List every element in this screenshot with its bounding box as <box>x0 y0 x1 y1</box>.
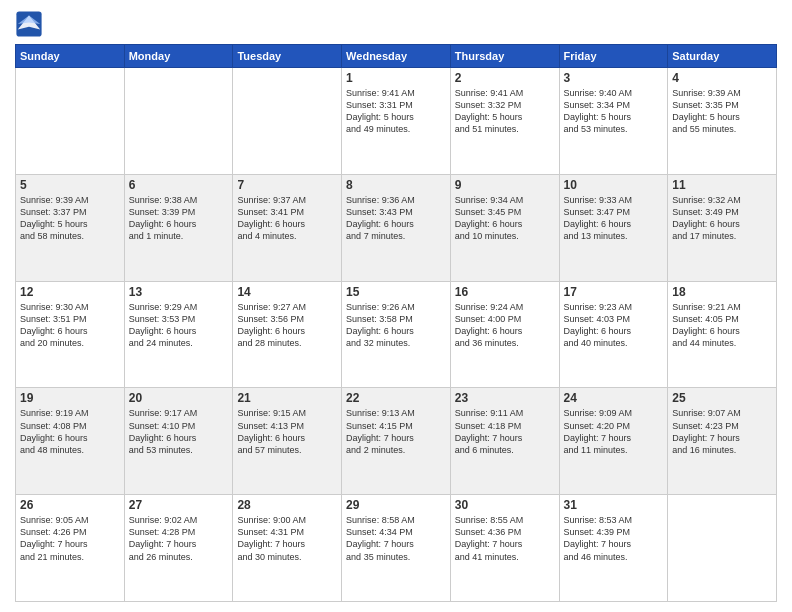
cell-day-number: 12 <box>20 285 120 299</box>
calendar-cell: 23Sunrise: 9:11 AM Sunset: 4:18 PM Dayli… <box>450 388 559 495</box>
cell-day-number: 29 <box>346 498 446 512</box>
calendar-cell: 17Sunrise: 9:23 AM Sunset: 4:03 PM Dayli… <box>559 281 668 388</box>
header-row: SundayMondayTuesdayWednesdayThursdayFrid… <box>16 45 777 68</box>
day-header-tuesday: Tuesday <box>233 45 342 68</box>
cell-info: Sunrise: 9:15 AM Sunset: 4:13 PM Dayligh… <box>237 407 337 456</box>
calendar-body: 1Sunrise: 9:41 AM Sunset: 3:31 PM Daylig… <box>16 68 777 602</box>
cell-info: Sunrise: 9:02 AM Sunset: 4:28 PM Dayligh… <box>129 514 229 563</box>
calendar-cell: 28Sunrise: 9:00 AM Sunset: 4:31 PM Dayli… <box>233 495 342 602</box>
calendar-cell: 29Sunrise: 8:58 AM Sunset: 4:34 PM Dayli… <box>342 495 451 602</box>
cell-info: Sunrise: 9:27 AM Sunset: 3:56 PM Dayligh… <box>237 301 337 350</box>
cell-day-number: 30 <box>455 498 555 512</box>
cell-day-number: 14 <box>237 285 337 299</box>
cell-info: Sunrise: 9:11 AM Sunset: 4:18 PM Dayligh… <box>455 407 555 456</box>
cell-day-number: 1 <box>346 71 446 85</box>
cell-day-number: 5 <box>20 178 120 192</box>
cell-info: Sunrise: 8:58 AM Sunset: 4:34 PM Dayligh… <box>346 514 446 563</box>
day-header-monday: Monday <box>124 45 233 68</box>
cell-day-number: 7 <box>237 178 337 192</box>
calendar-cell: 9Sunrise: 9:34 AM Sunset: 3:45 PM Daylig… <box>450 174 559 281</box>
cell-info: Sunrise: 9:00 AM Sunset: 4:31 PM Dayligh… <box>237 514 337 563</box>
cell-info: Sunrise: 9:26 AM Sunset: 3:58 PM Dayligh… <box>346 301 446 350</box>
calendar-cell <box>124 68 233 175</box>
calendar-cell <box>233 68 342 175</box>
cell-info: Sunrise: 9:41 AM Sunset: 3:32 PM Dayligh… <box>455 87 555 136</box>
calendar-cell: 20Sunrise: 9:17 AM Sunset: 4:10 PM Dayli… <box>124 388 233 495</box>
cell-info: Sunrise: 9:32 AM Sunset: 3:49 PM Dayligh… <box>672 194 772 243</box>
cell-day-number: 3 <box>564 71 664 85</box>
calendar-cell: 24Sunrise: 9:09 AM Sunset: 4:20 PM Dayli… <box>559 388 668 495</box>
calendar-cell: 14Sunrise: 9:27 AM Sunset: 3:56 PM Dayli… <box>233 281 342 388</box>
calendar-cell <box>668 495 777 602</box>
cell-day-number: 28 <box>237 498 337 512</box>
cell-info: Sunrise: 9:13 AM Sunset: 4:15 PM Dayligh… <box>346 407 446 456</box>
calendar-cell: 27Sunrise: 9:02 AM Sunset: 4:28 PM Dayli… <box>124 495 233 602</box>
calendar-week-4: 19Sunrise: 9:19 AM Sunset: 4:08 PM Dayli… <box>16 388 777 495</box>
calendar-cell: 21Sunrise: 9:15 AM Sunset: 4:13 PM Dayli… <box>233 388 342 495</box>
cell-info: Sunrise: 9:21 AM Sunset: 4:05 PM Dayligh… <box>672 301 772 350</box>
cell-day-number: 20 <box>129 391 229 405</box>
cell-day-number: 21 <box>237 391 337 405</box>
day-header-wednesday: Wednesday <box>342 45 451 68</box>
cell-day-number: 10 <box>564 178 664 192</box>
cell-day-number: 6 <box>129 178 229 192</box>
calendar-cell: 1Sunrise: 9:41 AM Sunset: 3:31 PM Daylig… <box>342 68 451 175</box>
calendar-cell: 8Sunrise: 9:36 AM Sunset: 3:43 PM Daylig… <box>342 174 451 281</box>
cell-info: Sunrise: 9:38 AM Sunset: 3:39 PM Dayligh… <box>129 194 229 243</box>
calendar-cell: 26Sunrise: 9:05 AM Sunset: 4:26 PM Dayli… <box>16 495 125 602</box>
cell-day-number: 25 <box>672 391 772 405</box>
cell-info: Sunrise: 9:39 AM Sunset: 3:37 PM Dayligh… <box>20 194 120 243</box>
cell-day-number: 13 <box>129 285 229 299</box>
calendar-cell: 5Sunrise: 9:39 AM Sunset: 3:37 PM Daylig… <box>16 174 125 281</box>
calendar-cell: 19Sunrise: 9:19 AM Sunset: 4:08 PM Dayli… <box>16 388 125 495</box>
cell-day-number: 9 <box>455 178 555 192</box>
cell-day-number: 17 <box>564 285 664 299</box>
cell-info: Sunrise: 9:34 AM Sunset: 3:45 PM Dayligh… <box>455 194 555 243</box>
calendar-cell: 30Sunrise: 8:55 AM Sunset: 4:36 PM Dayli… <box>450 495 559 602</box>
calendar-week-1: 1Sunrise: 9:41 AM Sunset: 3:31 PM Daylig… <box>16 68 777 175</box>
logo <box>15 10 47 38</box>
calendar-cell: 25Sunrise: 9:07 AM Sunset: 4:23 PM Dayli… <box>668 388 777 495</box>
cell-info: Sunrise: 9:30 AM Sunset: 3:51 PM Dayligh… <box>20 301 120 350</box>
cell-info: Sunrise: 9:33 AM Sunset: 3:47 PM Dayligh… <box>564 194 664 243</box>
calendar-cell: 11Sunrise: 9:32 AM Sunset: 3:49 PM Dayli… <box>668 174 777 281</box>
calendar-week-2: 5Sunrise: 9:39 AM Sunset: 3:37 PM Daylig… <box>16 174 777 281</box>
day-header-friday: Friday <box>559 45 668 68</box>
cell-day-number: 31 <box>564 498 664 512</box>
cell-day-number: 19 <box>20 391 120 405</box>
cell-info: Sunrise: 9:41 AM Sunset: 3:31 PM Dayligh… <box>346 87 446 136</box>
calendar-header: SundayMondayTuesdayWednesdayThursdayFrid… <box>16 45 777 68</box>
page: SundayMondayTuesdayWednesdayThursdayFrid… <box>0 0 792 612</box>
calendar-cell: 12Sunrise: 9:30 AM Sunset: 3:51 PM Dayli… <box>16 281 125 388</box>
calendar-cell: 18Sunrise: 9:21 AM Sunset: 4:05 PM Dayli… <box>668 281 777 388</box>
cell-info: Sunrise: 9:23 AM Sunset: 4:03 PM Dayligh… <box>564 301 664 350</box>
cell-day-number: 27 <box>129 498 229 512</box>
day-header-thursday: Thursday <box>450 45 559 68</box>
cell-info: Sunrise: 9:24 AM Sunset: 4:00 PM Dayligh… <box>455 301 555 350</box>
cell-info: Sunrise: 9:19 AM Sunset: 4:08 PM Dayligh… <box>20 407 120 456</box>
cell-day-number: 8 <box>346 178 446 192</box>
cell-day-number: 2 <box>455 71 555 85</box>
logo-icon <box>15 10 43 38</box>
header <box>15 10 777 38</box>
cell-day-number: 16 <box>455 285 555 299</box>
cell-info: Sunrise: 9:05 AM Sunset: 4:26 PM Dayligh… <box>20 514 120 563</box>
cell-info: Sunrise: 8:55 AM Sunset: 4:36 PM Dayligh… <box>455 514 555 563</box>
calendar-cell: 10Sunrise: 9:33 AM Sunset: 3:47 PM Dayli… <box>559 174 668 281</box>
cell-info: Sunrise: 9:37 AM Sunset: 3:41 PM Dayligh… <box>237 194 337 243</box>
cell-day-number: 23 <box>455 391 555 405</box>
cell-day-number: 26 <box>20 498 120 512</box>
calendar-cell: 7Sunrise: 9:37 AM Sunset: 3:41 PM Daylig… <box>233 174 342 281</box>
cell-day-number: 11 <box>672 178 772 192</box>
cell-info: Sunrise: 9:39 AM Sunset: 3:35 PM Dayligh… <box>672 87 772 136</box>
calendar-cell: 3Sunrise: 9:40 AM Sunset: 3:34 PM Daylig… <box>559 68 668 175</box>
cell-day-number: 24 <box>564 391 664 405</box>
calendar-cell: 13Sunrise: 9:29 AM Sunset: 3:53 PM Dayli… <box>124 281 233 388</box>
calendar-table: SundayMondayTuesdayWednesdayThursdayFrid… <box>15 44 777 602</box>
calendar-week-5: 26Sunrise: 9:05 AM Sunset: 4:26 PM Dayli… <box>16 495 777 602</box>
calendar-cell: 6Sunrise: 9:38 AM Sunset: 3:39 PM Daylig… <box>124 174 233 281</box>
calendar-cell <box>16 68 125 175</box>
calendar-cell: 15Sunrise: 9:26 AM Sunset: 3:58 PM Dayli… <box>342 281 451 388</box>
cell-info: Sunrise: 9:09 AM Sunset: 4:20 PM Dayligh… <box>564 407 664 456</box>
cell-info: Sunrise: 9:36 AM Sunset: 3:43 PM Dayligh… <box>346 194 446 243</box>
